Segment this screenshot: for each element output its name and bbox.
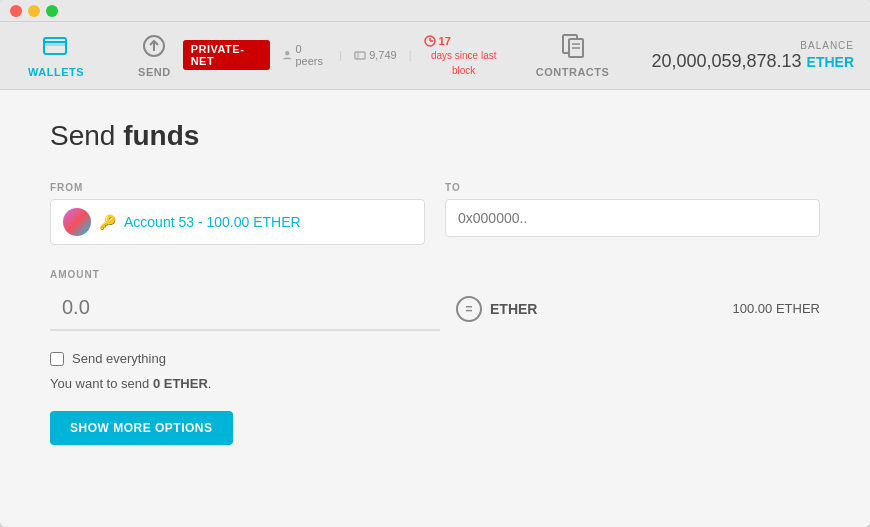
clock-icon: [424, 35, 436, 47]
page-title: Send funds: [50, 120, 820, 152]
nav-center: PRIVATE-NET 0 peers | 9,749: [183, 34, 504, 77]
nav-left: WALLETS SEND: [16, 26, 183, 86]
balance-unit: ETHER: [807, 54, 854, 70]
wallets-icon: [42, 34, 70, 62]
send-icon: [142, 34, 166, 62]
balance-label: BALANCE: [651, 40, 854, 51]
amount-row: = ETHER 100.00 ETHER: [50, 286, 820, 331]
send-everything-checkbox[interactable]: [50, 352, 64, 366]
account-avatar: [63, 208, 91, 236]
contracts-label: CONTRACTS: [536, 66, 610, 78]
amount-section: AMOUNT = ETHER 100.00 ETHER: [50, 269, 820, 331]
send-everything-row: Send everything: [50, 351, 820, 366]
blocks-icon: [354, 49, 366, 61]
peers-stat: 0 peers: [282, 43, 327, 67]
account-name: Account 53 - 100.00 ETHER: [124, 214, 301, 230]
amount-input-wrap: [50, 286, 440, 331]
send-everything-label: Send everything: [72, 351, 166, 366]
nav-stats: 0 peers | 9,749 |: [282, 34, 504, 77]
from-label: FROM: [50, 182, 425, 193]
from-account-selector[interactable]: 🔑 Account 53 - 100.00 ETHER: [50, 199, 425, 245]
nav-send[interactable]: SEND: [126, 26, 183, 86]
navbar: WALLETS SEND PRIVATE-NET: [0, 22, 870, 90]
network-badge: PRIVATE-NET: [183, 40, 270, 70]
key-icon: 🔑: [99, 214, 116, 230]
summary-amount: 0 ETHER: [153, 376, 208, 391]
to-label: TO: [445, 182, 820, 193]
balance-section: BALANCE 20,000,059,878.13 ETHER: [651, 40, 854, 72]
svg-rect-5: [355, 52, 365, 59]
close-button[interactable]: [10, 5, 22, 17]
maximize-button[interactable]: [46, 5, 58, 17]
amount-label: AMOUNT: [50, 269, 820, 280]
wallets-label: WALLETS: [28, 66, 84, 78]
to-group: TO: [445, 182, 820, 245]
days-since-block: 17 days since last block: [424, 34, 504, 77]
contracts-icon: [560, 34, 586, 62]
from-group: FROM 🔑 Account 53 - 100.00 ETHER: [50, 182, 425, 245]
send-label: SEND: [138, 66, 171, 78]
peers-icon: [282, 49, 292, 61]
ether-icon: =: [456, 296, 482, 322]
svg-point-4: [285, 52, 289, 56]
minimize-button[interactable]: [28, 5, 40, 17]
app-window: WALLETS SEND PRIVATE-NET: [0, 0, 870, 527]
show-more-options-button[interactable]: SHOW MORE OPTIONS: [50, 411, 233, 445]
main-content: Send funds FROM 🔑 Account 53 - 100.00 ET…: [0, 90, 870, 527]
traffic-lights: [10, 5, 58, 17]
amount-input[interactable]: [50, 286, 440, 331]
blocks-stat: 9,749: [354, 49, 397, 61]
send-summary: You want to send 0 ETHER.: [50, 376, 820, 391]
nav-contracts[interactable]: CONTRACTS: [524, 26, 622, 86]
title-bar: [0, 0, 870, 22]
to-address-input[interactable]: [445, 199, 820, 237]
from-to-section: FROM 🔑 Account 53 - 100.00 ETHER TO: [50, 182, 820, 245]
currency-display: = ETHER: [456, 296, 537, 322]
balance-amount: 20,000,059,878.13 ETHER: [651, 51, 854, 72]
max-balance: 100.00 ETHER: [733, 301, 820, 316]
currency-label: ETHER: [490, 301, 537, 317]
nav-wallets[interactable]: WALLETS: [16, 26, 96, 86]
